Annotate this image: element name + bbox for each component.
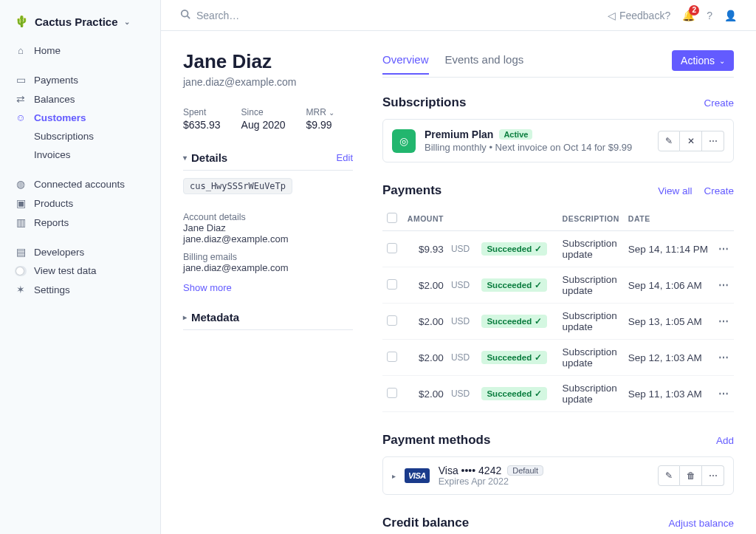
nav-balances-label: Balances	[34, 94, 75, 105]
row-more-button[interactable]: ⋯	[718, 352, 729, 363]
row-more-button[interactable]: ⋯	[718, 280, 729, 291]
expand-icon[interactable]: ▸	[392, 472, 396, 480]
nav-customers-label: Customers	[34, 112, 86, 123]
edit-subscription-button[interactable]: ✎	[658, 131, 680, 151]
subscriptions-title: Subscriptions	[382, 95, 466, 110]
nav-connected[interactable]: ◍Connected accounts	[0, 174, 160, 194]
nav-connected-label: Connected accounts	[34, 179, 125, 190]
credit-balance-title: Credit balance	[382, 516, 469, 530]
pencil-icon: ✎	[665, 470, 673, 481]
feedback-link[interactable]: ◁Feedback?	[608, 10, 670, 21]
nav-settings-label: Settings	[34, 284, 70, 295]
row-more-button[interactable]: ⋯	[718, 316, 729, 327]
nav-reports-label: Reports	[34, 217, 69, 228]
payment-method-row[interactable]: ▸ VISA Visa •••• 4242Default Expires Apr…	[382, 456, 734, 495]
feedback-label: Feedback?	[619, 10, 670, 21]
nav-balances[interactable]: ⇄Balances	[0, 89, 160, 109]
payment-description: Subscription update	[558, 231, 624, 267]
card-number: Visa •••• 4242	[439, 465, 502, 476]
payment-row[interactable]: $2.00USDSucceeded ✓Subscription updateSe…	[382, 304, 734, 340]
adjust-balance-link[interactable]: Adjust balance	[668, 518, 734, 529]
payment-date: Sep 12, 1:03 AM	[624, 340, 714, 376]
payment-row[interactable]: $2.00USDSucceeded ✓Subscription updateSe…	[382, 340, 734, 376]
notif-badge: 2	[689, 5, 699, 16]
row-checkbox[interactable]	[387, 243, 397, 253]
subscription-row[interactable]: ◎ Premium Plan Active Billing monthly • …	[382, 119, 734, 162]
row-checkbox[interactable]	[387, 279, 397, 290]
edit-card-button[interactable]: ✎	[658, 465, 680, 486]
notifications-button[interactable]: 🔔 2	[682, 10, 695, 21]
org-switcher[interactable]: 🌵 Cactus Practice ⌄	[0, 12, 160, 41]
nav-invoices[interactable]: Invoices	[0, 146, 160, 164]
nav-subscriptions[interactable]: Subscriptions	[0, 127, 160, 146]
payment-methods-title: Payment methods	[382, 433, 490, 448]
subscription-plan: Premium Plan	[425, 129, 493, 140]
payment-amount: $2.00	[403, 340, 448, 376]
add-payment-method-link[interactable]: Add	[716, 435, 734, 446]
nav-reports[interactable]: ▥Reports	[0, 213, 160, 232]
status-succeeded-badge: Succeeded ✓	[481, 242, 547, 256]
metadata-toggle[interactable]: ▸Metadata	[183, 311, 239, 324]
payment-description: Subscription update	[558, 376, 624, 412]
chevron-down-icon: ⌄	[329, 109, 334, 117]
payment-description: Subscription update	[558, 304, 624, 340]
payment-currency: USD	[448, 376, 478, 412]
edit-details-link[interactable]: Edit	[337, 152, 353, 163]
view-all-payments-link[interactable]: View all	[658, 185, 692, 196]
nav-payments-label: Payments	[34, 75, 78, 86]
row-checkbox[interactable]	[387, 388, 397, 398]
nav-home[interactable]: ⌂Home	[0, 41, 160, 60]
payment-currency: USD	[448, 304, 478, 340]
customer-id[interactable]: cus_HwySSSrWEuVeTp	[183, 178, 292, 194]
billing-email: jane.diaz@example.com	[183, 262, 353, 273]
search-input[interactable]: Search…	[180, 9, 599, 21]
details-toggle[interactable]: ▾Details	[183, 151, 227, 164]
row-checkbox[interactable]	[387, 352, 397, 362]
card-more-button[interactable]: ⋯	[702, 465, 724, 486]
payment-amount: $2.00	[403, 376, 448, 412]
tab-overview[interactable]: Overview	[382, 53, 429, 75]
select-all-checkbox[interactable]	[387, 213, 397, 223]
user-icon: 👤	[724, 10, 737, 21]
payment-row[interactable]: $9.93USDSucceeded ✓Subscription updateSe…	[382, 231, 734, 267]
chevron-down-icon: ⌄	[719, 57, 725, 65]
payment-currency: USD	[448, 340, 478, 376]
svg-point-0	[182, 10, 188, 17]
actions-button[interactable]: Actions⌄	[672, 50, 734, 71]
show-more-link[interactable]: Show more	[183, 282, 353, 293]
payment-date: Sep 14, 11:14 PM	[624, 231, 714, 267]
delete-card-button[interactable]: 🗑	[680, 465, 702, 486]
nav-products[interactable]: ▣Products	[0, 194, 160, 213]
topbar: Search… ◁Feedback? 🔔 2 ? 👤	[161, 0, 756, 31]
nav-view-test[interactable]: View test data	[0, 261, 160, 280]
acct-email: jane.diaz@example.com	[183, 233, 353, 244]
nav-view-test-label: View test data	[34, 265, 97, 276]
help-button[interactable]: ?	[707, 10, 712, 21]
tab-events[interactable]: Events and logs	[445, 53, 524, 75]
payment-description: Subscription update	[558, 267, 624, 304]
sidebar: 🌵 Cactus Practice ⌄ ⌂Home ▭Payments ⇄Bal…	[0, 0, 161, 534]
payment-row[interactable]: $2.00USDSucceeded ✓Subscription updateSe…	[382, 376, 734, 412]
row-more-button[interactable]: ⋯	[718, 244, 729, 255]
payment-description: Subscription update	[558, 340, 624, 376]
nav-home-label: Home	[34, 45, 61, 56]
create-subscription-link[interactable]: Create	[704, 97, 734, 109]
actions-label: Actions	[681, 55, 715, 66]
payment-row[interactable]: $2.00USDSucceeded ✓Subscription updateSe…	[382, 267, 734, 304]
nav-customers[interactable]: ☺Customers	[0, 109, 160, 127]
subscription-more-button[interactable]: ⋯	[702, 131, 724, 151]
row-more-button[interactable]: ⋯	[718, 388, 729, 400]
subscription-icon: ◎	[392, 129, 416, 153]
payment-date: Sep 13, 1:05 AM	[624, 304, 714, 340]
create-payment-link[interactable]: Create	[704, 185, 734, 196]
close-icon: ✕	[687, 136, 695, 146]
row-checkbox[interactable]	[387, 315, 397, 326]
nav-settings[interactable]: ✶Settings	[0, 280, 160, 299]
nav-developers[interactable]: ▤Developers	[0, 242, 160, 261]
profile-button[interactable]: 👤	[724, 10, 737, 21]
nav-payments[interactable]: ▭Payments	[0, 70, 160, 89]
gear-icon: ✶	[15, 284, 27, 295]
cancel-subscription-button[interactable]: ✕	[680, 131, 702, 151]
subscription-detail: Billing monthly • Next invoice on Oct 14…	[425, 142, 649, 153]
box-icon: ▣	[15, 197, 27, 209]
